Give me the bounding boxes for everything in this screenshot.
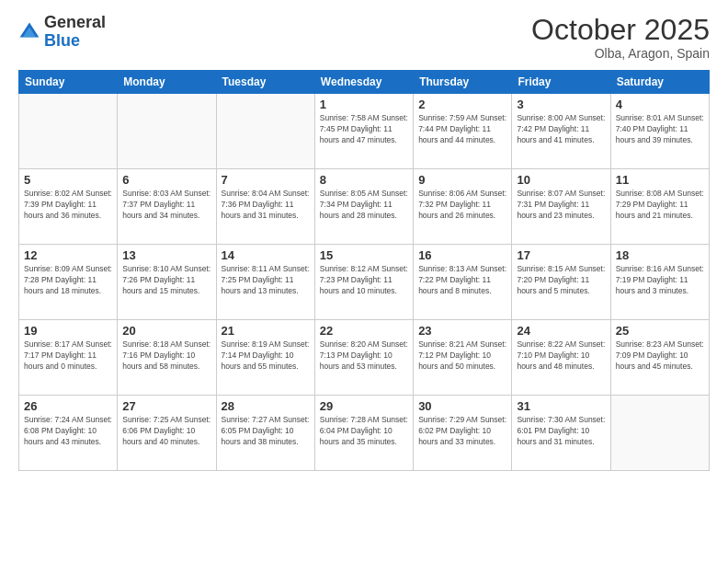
day-number: 2 bbox=[418, 98, 506, 111]
day-number: 22 bbox=[320, 324, 408, 338]
day-cell-6: 6Sunrise: 8:03 AM Sunset: 7:37 PM Daylig… bbox=[118, 169, 216, 245]
day-cell-25: 25Sunrise: 8:23 AM Sunset: 7:09 PM Dayli… bbox=[610, 320, 709, 396]
day-number: 3 bbox=[517, 98, 605, 111]
title-block: October 2025 Olba, Aragon, Spain bbox=[531, 14, 710, 61]
day-info: Sunrise: 8:21 AM Sunset: 7:12 PM Dayligh… bbox=[418, 339, 506, 373]
weekday-header-thursday: Thursday bbox=[414, 71, 512, 94]
logo-blue-text: Blue bbox=[44, 31, 80, 50]
day-info: Sunrise: 7:28 AM Sunset: 6:04 PM Dayligh… bbox=[320, 415, 408, 448]
day-number: 17 bbox=[517, 248, 605, 262]
day-number: 18 bbox=[616, 248, 704, 262]
header: General Blue October 2025 Olba, Aragon, … bbox=[18, 14, 710, 61]
day-info: Sunrise: 7:25 AM Sunset: 6:06 PM Dayligh… bbox=[122, 415, 210, 448]
day-number: 9 bbox=[418, 173, 506, 187]
day-number: 28 bbox=[222, 399, 310, 413]
day-number: 7 bbox=[222, 173, 310, 187]
day-info: Sunrise: 8:20 AM Sunset: 7:13 PM Dayligh… bbox=[320, 339, 408, 373]
day-number: 15 bbox=[320, 248, 408, 262]
day-cell-2: 2Sunrise: 7:59 AM Sunset: 7:44 PM Daylig… bbox=[414, 94, 512, 169]
day-cell-9: 9Sunrise: 8:06 AM Sunset: 7:32 PM Daylig… bbox=[414, 169, 512, 245]
day-info: Sunrise: 8:18 AM Sunset: 7:16 PM Dayligh… bbox=[122, 339, 210, 373]
location: Olba, Aragon, Spain bbox=[531, 46, 710, 61]
day-number: 14 bbox=[222, 248, 310, 262]
day-number: 1 bbox=[320, 98, 408, 111]
day-cell-23: 23Sunrise: 8:21 AM Sunset: 7:12 PM Dayli… bbox=[414, 320, 512, 396]
weekday-header-saturday: Saturday bbox=[610, 71, 709, 94]
day-info: Sunrise: 8:06 AM Sunset: 7:32 PM Dayligh… bbox=[418, 189, 506, 222]
day-number: 26 bbox=[24, 399, 112, 413]
page: General Blue October 2025 Olba, Aragon, … bbox=[0, 0, 728, 563]
weekday-header-tuesday: Tuesday bbox=[216, 71, 314, 94]
day-number: 23 bbox=[418, 324, 506, 338]
week-row-1: 1Sunrise: 7:58 AM Sunset: 7:45 PM Daylig… bbox=[19, 94, 710, 169]
day-cell-7: 7Sunrise: 8:04 AM Sunset: 7:36 PM Daylig… bbox=[216, 169, 314, 245]
day-number: 29 bbox=[320, 399, 408, 413]
day-cell-22: 22Sunrise: 8:20 AM Sunset: 7:13 PM Dayli… bbox=[314, 320, 413, 396]
day-number: 21 bbox=[222, 324, 310, 338]
day-cell-12: 12Sunrise: 8:09 AM Sunset: 7:28 PM Dayli… bbox=[19, 245, 118, 320]
day-cell-empty bbox=[19, 94, 118, 169]
day-number: 19 bbox=[24, 324, 112, 338]
day-cell-15: 15Sunrise: 8:12 AM Sunset: 7:23 PM Dayli… bbox=[314, 245, 413, 320]
day-cell-26: 26Sunrise: 7:24 AM Sunset: 6:08 PM Dayli… bbox=[19, 396, 118, 471]
month-title: October 2025 bbox=[531, 14, 710, 46]
day-number: 12 bbox=[24, 248, 112, 262]
day-number: 10 bbox=[517, 173, 605, 187]
day-info: Sunrise: 8:08 AM Sunset: 7:29 PM Dayligh… bbox=[616, 189, 704, 222]
day-info: Sunrise: 7:24 AM Sunset: 6:08 PM Dayligh… bbox=[24, 415, 112, 448]
day-cell-17: 17Sunrise: 8:15 AM Sunset: 7:20 PM Dayli… bbox=[512, 245, 610, 320]
logo-general-text: General bbox=[44, 13, 106, 31]
weekday-header-monday: Monday bbox=[118, 71, 216, 94]
week-row-4: 19Sunrise: 8:17 AM Sunset: 7:17 PM Dayli… bbox=[19, 320, 710, 396]
day-cell-8: 8Sunrise: 8:05 AM Sunset: 7:34 PM Daylig… bbox=[314, 169, 413, 245]
day-cell-31: 31Sunrise: 7:30 AM Sunset: 6:01 PM Dayli… bbox=[512, 396, 610, 471]
day-cell-1: 1Sunrise: 7:58 AM Sunset: 7:45 PM Daylig… bbox=[314, 94, 413, 169]
day-info: Sunrise: 8:15 AM Sunset: 7:20 PM Dayligh… bbox=[517, 264, 605, 297]
day-info: Sunrise: 7:58 AM Sunset: 7:45 PM Dayligh… bbox=[320, 113, 408, 146]
day-info: Sunrise: 8:10 AM Sunset: 7:26 PM Dayligh… bbox=[122, 264, 210, 297]
day-number: 11 bbox=[616, 173, 704, 187]
day-cell-24: 24Sunrise: 8:22 AM Sunset: 7:10 PM Dayli… bbox=[512, 320, 610, 396]
day-info: Sunrise: 8:11 AM Sunset: 7:25 PM Dayligh… bbox=[222, 264, 310, 297]
day-info: Sunrise: 8:03 AM Sunset: 7:37 PM Dayligh… bbox=[122, 189, 210, 222]
day-cell-10: 10Sunrise: 8:07 AM Sunset: 7:31 PM Dayli… bbox=[512, 169, 610, 245]
day-cell-30: 30Sunrise: 7:29 AM Sunset: 6:02 PM Dayli… bbox=[414, 396, 512, 471]
day-number: 30 bbox=[418, 399, 506, 413]
weekday-header-friday: Friday bbox=[512, 71, 610, 94]
day-cell-14: 14Sunrise: 8:11 AM Sunset: 7:25 PM Dayli… bbox=[216, 245, 314, 320]
day-cell-4: 4Sunrise: 8:01 AM Sunset: 7:40 PM Daylig… bbox=[610, 94, 709, 169]
day-info: Sunrise: 7:30 AM Sunset: 6:01 PM Dayligh… bbox=[517, 415, 605, 448]
day-info: Sunrise: 8:00 AM Sunset: 7:42 PM Dayligh… bbox=[517, 113, 605, 146]
calendar-table: SundayMondayTuesdayWednesdayThursdayFrid… bbox=[18, 70, 710, 471]
week-row-2: 5Sunrise: 8:02 AM Sunset: 7:39 PM Daylig… bbox=[19, 169, 710, 245]
day-cell-18: 18Sunrise: 8:16 AM Sunset: 7:19 PM Dayli… bbox=[610, 245, 709, 320]
weekday-header-sunday: Sunday bbox=[19, 71, 118, 94]
logo: General Blue bbox=[18, 14, 106, 51]
day-cell-20: 20Sunrise: 8:18 AM Sunset: 7:16 PM Dayli… bbox=[118, 320, 216, 396]
day-info: Sunrise: 8:17 AM Sunset: 7:17 PM Dayligh… bbox=[24, 339, 112, 373]
week-row-3: 12Sunrise: 8:09 AM Sunset: 7:28 PM Dayli… bbox=[19, 245, 710, 320]
day-cell-27: 27Sunrise: 7:25 AM Sunset: 6:06 PM Dayli… bbox=[118, 396, 216, 471]
day-cell-13: 13Sunrise: 8:10 AM Sunset: 7:26 PM Dayli… bbox=[118, 245, 216, 320]
day-info: Sunrise: 8:09 AM Sunset: 7:28 PM Dayligh… bbox=[24, 264, 112, 297]
day-info: Sunrise: 8:07 AM Sunset: 7:31 PM Dayligh… bbox=[517, 189, 605, 222]
day-info: Sunrise: 8:16 AM Sunset: 7:19 PM Dayligh… bbox=[616, 264, 704, 297]
day-cell-empty bbox=[610, 396, 709, 471]
day-cell-28: 28Sunrise: 7:27 AM Sunset: 6:05 PM Dayli… bbox=[216, 396, 314, 471]
day-cell-5: 5Sunrise: 8:02 AM Sunset: 7:39 PM Daylig… bbox=[19, 169, 118, 245]
weekday-header-row: SundayMondayTuesdayWednesdayThursdayFrid… bbox=[19, 71, 710, 94]
day-number: 5 bbox=[24, 173, 112, 187]
day-cell-16: 16Sunrise: 8:13 AM Sunset: 7:22 PM Dayli… bbox=[414, 245, 512, 320]
day-number: 31 bbox=[517, 399, 605, 413]
day-cell-21: 21Sunrise: 8:19 AM Sunset: 7:14 PM Dayli… bbox=[216, 320, 314, 396]
day-cell-11: 11Sunrise: 8:08 AM Sunset: 7:29 PM Dayli… bbox=[610, 169, 709, 245]
day-number: 6 bbox=[122, 173, 210, 187]
weekday-header-wednesday: Wednesday bbox=[314, 71, 413, 94]
day-cell-empty bbox=[118, 94, 216, 169]
day-cell-3: 3Sunrise: 8:00 AM Sunset: 7:42 PM Daylig… bbox=[512, 94, 610, 169]
day-number: 20 bbox=[122, 324, 210, 338]
day-info: Sunrise: 8:12 AM Sunset: 7:23 PM Dayligh… bbox=[320, 264, 408, 297]
day-number: 24 bbox=[517, 324, 605, 338]
day-info: Sunrise: 7:29 AM Sunset: 6:02 PM Dayligh… bbox=[418, 415, 506, 448]
logo-icon bbox=[18, 21, 40, 43]
